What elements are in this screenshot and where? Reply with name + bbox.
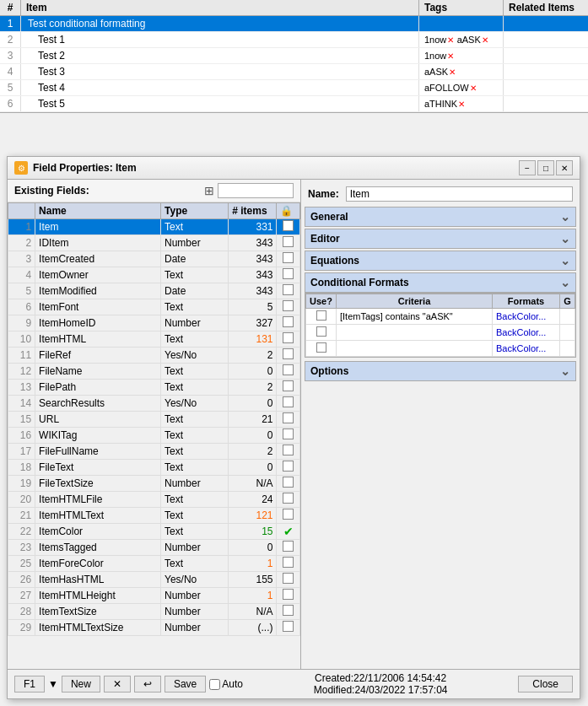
field-row[interactable]: 14 SearchResults Yes/No 0 bbox=[8, 396, 300, 412]
cf-checkbox[interactable] bbox=[316, 342, 326, 353]
cf-formats[interactable]: BackColor... bbox=[493, 341, 560, 357]
field-row-items: 155 bbox=[229, 572, 277, 588]
field-row[interactable]: 9 ItemHomeID Number 327 bbox=[8, 315, 300, 331]
tag-badge: aFOLLOW✕ bbox=[424, 83, 477, 93]
top-grid-row[interactable]: 1 Test conditional formatting bbox=[0, 16, 588, 32]
name-input[interactable] bbox=[346, 186, 573, 202]
col-header-check: 🔒 bbox=[277, 203, 300, 219]
field-row-name: ItemForeColor bbox=[35, 556, 161, 572]
filter-icon[interactable]: ⊞ bbox=[204, 184, 214, 197]
field-row[interactable]: 15 URL Text 21 bbox=[8, 412, 300, 428]
top-grid-row[interactable]: 5 Test 4 aFOLLOW✕ bbox=[0, 80, 588, 96]
field-row[interactable]: 25 ItemForeColor Text 1 bbox=[8, 556, 300, 572]
field-row[interactable]: 2 IDItem Number 343 bbox=[8, 235, 300, 251]
field-row[interactable]: 3 ItemCreated Date 343 bbox=[8, 251, 300, 267]
field-row[interactable]: 4 ItemOwner Text 343 bbox=[8, 267, 300, 283]
maximize-button[interactable]: □ bbox=[537, 160, 554, 175]
field-row[interactable]: 29 ItemHTMLTextSize Number (...) bbox=[8, 620, 300, 636]
search-input[interactable] bbox=[218, 183, 294, 198]
checkbox-icon[interactable] bbox=[283, 396, 294, 407]
field-row[interactable]: 11 FileRef Yes/No 2 bbox=[8, 348, 300, 364]
delete-button[interactable]: ✕ bbox=[104, 676, 131, 693]
field-row-type: Yes/No bbox=[161, 572, 229, 588]
cf-col-g: G bbox=[560, 294, 575, 309]
field-row[interactable]: 26 ItemHasHTML Yes/No 155 bbox=[8, 572, 300, 588]
checkbox-icon[interactable] bbox=[283, 573, 294, 584]
checkbox-icon[interactable] bbox=[283, 220, 294, 231]
field-row[interactable]: 6 ItemFont Text 5 bbox=[8, 299, 300, 315]
options-section-header[interactable]: Options ⌄ bbox=[305, 361, 576, 381]
top-grid-row[interactable]: 3 Test 2 1now✕ bbox=[0, 48, 588, 64]
cf-formats[interactable]: BackColor... bbox=[493, 309, 560, 325]
field-row[interactable]: 12 FileName Text 0 bbox=[8, 364, 300, 380]
field-row-name: ItemHTMLText bbox=[35, 508, 161, 524]
checkbox-icon[interactable] bbox=[283, 445, 294, 455]
options-label: Options bbox=[310, 365, 348, 377]
checkbox-icon[interactable] bbox=[283, 332, 294, 343]
checkbox-icon[interactable] bbox=[283, 493, 294, 504]
col-header-items: # items bbox=[229, 203, 277, 219]
checkbox-icon[interactable] bbox=[283, 284, 294, 295]
cf-checkbox[interactable] bbox=[316, 310, 326, 321]
cf-checkbox[interactable] bbox=[316, 326, 326, 337]
top-grid-row[interactable]: 6 Test 5 aTHINK✕ bbox=[0, 96, 588, 112]
tag-badge: 1now✕ bbox=[424, 35, 454, 45]
checkbox-icon[interactable] bbox=[283, 236, 294, 247]
checkbox-icon[interactable] bbox=[283, 252, 294, 263]
checkbox-icon[interactable] bbox=[283, 557, 294, 568]
cf-row[interactable]: BackColor... bbox=[306, 325, 575, 341]
f1-button[interactable]: F1 bbox=[14, 676, 45, 693]
equations-section-header[interactable]: Equations ⌄ bbox=[305, 251, 576, 271]
field-row[interactable]: 18 FileText Text 0 bbox=[8, 460, 300, 476]
field-row[interactable]: 23 ItemsTagged Number 0 bbox=[8, 540, 300, 556]
checkbox-icon[interactable] bbox=[283, 605, 294, 616]
auto-checkbox[interactable] bbox=[209, 679, 220, 690]
checkbox-icon[interactable] bbox=[283, 461, 294, 472]
checkbox-icon[interactable] bbox=[283, 621, 294, 632]
field-row-num: 29 bbox=[8, 620, 35, 636]
checkbox-icon[interactable] bbox=[283, 509, 294, 520]
field-row[interactable]: 5 ItemModified Date 343 bbox=[8, 283, 300, 299]
cf-formats[interactable]: BackColor... bbox=[493, 325, 560, 341]
checkbox-icon[interactable] bbox=[283, 541, 294, 552]
top-grid-row[interactable]: 4 Test 3 aASK✕ bbox=[0, 64, 588, 80]
minimize-button[interactable]: − bbox=[519, 160, 536, 175]
field-row[interactable]: 19 FileTextSize Number N/A bbox=[8, 476, 300, 492]
save-button[interactable]: Save bbox=[165, 676, 206, 693]
cf-row[interactable]: BackColor... bbox=[306, 341, 575, 357]
close-button[interactable]: Close bbox=[518, 676, 573, 693]
conditional-formats-section-header[interactable]: Conditional Formats ⌄ bbox=[305, 272, 576, 293]
field-row-name: FileFullName bbox=[35, 444, 161, 460]
checkbox-icon[interactable] bbox=[283, 316, 294, 327]
header-item: Item bbox=[21, 0, 419, 15]
checkbox-icon[interactable] bbox=[283, 412, 294, 423]
field-row[interactable]: 13 FilePath Text 2 bbox=[8, 380, 300, 396]
editor-section-header[interactable]: Editor ⌄ bbox=[305, 229, 576, 249]
checkbox-icon[interactable] bbox=[283, 428, 294, 439]
field-row[interactable]: 20 ItemHTMLFile Text 24 bbox=[8, 492, 300, 508]
field-row[interactable]: 16 WIKITag Text 0 bbox=[8, 428, 300, 444]
back-button[interactable]: ↩ bbox=[134, 676, 161, 693]
field-row[interactable]: 27 ItemHTMLHeight Number 1 bbox=[8, 588, 300, 604]
checkbox-icon[interactable] bbox=[283, 268, 294, 279]
general-section-header[interactable]: General ⌄ bbox=[305, 207, 576, 227]
cf-row[interactable]: [ItemTags] contains "aASK" BackColor... bbox=[306, 309, 575, 325]
field-row-check bbox=[277, 620, 300, 636]
field-row-items: 1 bbox=[229, 588, 277, 604]
top-grid-row[interactable]: 2 Test 1 1now✕ aASK✕ bbox=[0, 32, 588, 48]
field-row[interactable]: 21 ItemHTMLText Text 121 bbox=[8, 508, 300, 524]
field-row[interactable]: 1 Item Text 331 bbox=[8, 219, 300, 235]
field-row[interactable]: 17 FileFullName Text 2 bbox=[8, 444, 300, 460]
checkbox-icon[interactable] bbox=[283, 364, 294, 375]
new-button[interactable]: New bbox=[62, 676, 100, 693]
field-row[interactable]: 22 ItemColor Text 15 ✔ bbox=[8, 524, 300, 540]
checkbox-icon[interactable] bbox=[283, 380, 294, 391]
checkbox-icon[interactable] bbox=[283, 589, 294, 600]
checkbox-icon[interactable] bbox=[283, 348, 294, 359]
close-title-button[interactable]: ✕ bbox=[556, 160, 573, 175]
field-row-items: N/A bbox=[229, 476, 277, 492]
field-row[interactable]: 10 ItemHTML Text 131 bbox=[8, 331, 300, 348]
field-row[interactable]: 28 ItemTextSize Number N/A bbox=[8, 604, 300, 620]
checkbox-icon[interactable] bbox=[283, 300, 294, 311]
checkbox-icon[interactable] bbox=[283, 477, 294, 488]
